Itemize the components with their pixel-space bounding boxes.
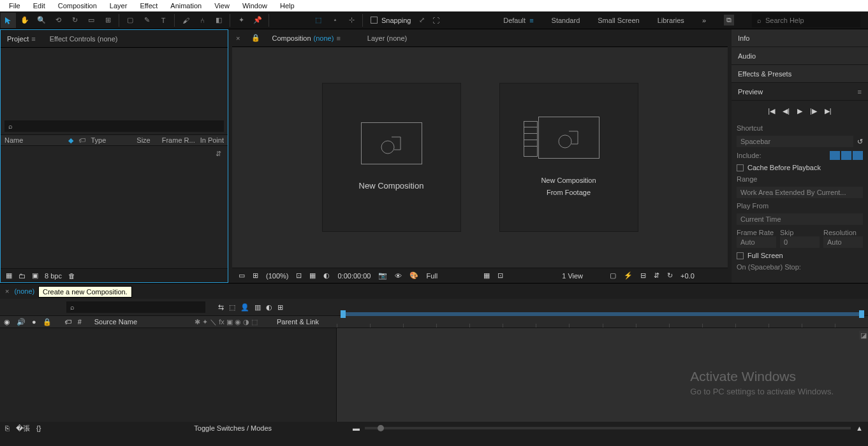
timecode[interactable]: 0:00:00:00	[337, 272, 371, 280]
include-audio-icon[interactable]	[841, 151, 851, 160]
zoom-tool-icon[interactable]: 🔍	[34, 13, 49, 28]
anchor-tool-icon[interactable]: ⊞	[100, 13, 115, 28]
orbit-tool-icon[interactable]: ⟲	[50, 13, 66, 28]
workspace-overflow-icon[interactable]: »	[702, 17, 706, 24]
eraser-tool-icon[interactable]: ◧	[211, 13, 226, 28]
video-switch-icon[interactable]: ◉	[4, 318, 10, 326]
snapshot-icon[interactable]: 📷	[378, 271, 387, 280]
rotate-tool-icon[interactable]: ↻	[67, 13, 82, 28]
region-icon[interactable]: ⊡	[497, 271, 503, 280]
panel-menu-icon[interactable]: ≡	[858, 88, 862, 96]
col-parent-link[interactable]: Parent & Link	[277, 318, 319, 326]
col-source-name[interactable]: Source Name	[94, 318, 137, 326]
tab-effect-controls[interactable]: Effect Controls (none)	[47, 32, 121, 45]
resolution-dropdown[interactable]: Full	[426, 272, 438, 280]
camera-tool-icon[interactable]: ▭	[84, 13, 99, 28]
lock-icon[interactable]: 🔒	[251, 34, 260, 42]
exposure-value[interactable]: +0.0	[680, 272, 695, 280]
panel-info[interactable]: Info	[732, 29, 868, 47]
clone-tool-icon[interactable]: ⑃	[195, 13, 210, 28]
first-frame-icon[interactable]: |◀	[768, 107, 775, 115]
shortcut-dropdown[interactable]: Spacebar	[737, 136, 853, 147]
show-snapshot-icon[interactable]: 👁	[395, 272, 402, 280]
tag-icon[interactable]: 🏷	[78, 136, 85, 144]
menu-composition[interactable]: Composition	[52, 1, 103, 11]
timeline-tracks[interactable]: ◪ Activate Windows Go to PC settings to …	[337, 328, 868, 422]
frame-blend-icon[interactable]: ▥	[254, 303, 261, 312]
new-comp-from-footage-card[interactable]: New CompositionFrom Footage	[499, 83, 638, 232]
zoom-value[interactable]: (100%)	[266, 272, 288, 280]
checkbox-icon[interactable]	[737, 252, 744, 259]
tab-project[interactable]: Project ≡	[4, 32, 38, 45]
col-size[interactable]: Size	[136, 136, 150, 144]
lock-switch-icon[interactable]: 🔒	[43, 318, 52, 326]
snapping-checkbox-icon[interactable]	[371, 17, 378, 24]
pixel-aspect-icon[interactable]: ▢	[610, 271, 616, 280]
new-comp-icon[interactable]: ▣	[32, 271, 38, 280]
panel-menu-icon[interactable]: ≡	[31, 35, 35, 43]
include-video-icon[interactable]	[830, 151, 840, 160]
pen-tool-icon[interactable]: ✎	[139, 13, 154, 28]
zoom-knob[interactable]	[378, 425, 384, 431]
new-composition-card[interactable]: New Composition	[322, 83, 461, 232]
timeline-search[interactable]: ⌕	[66, 301, 205, 313]
comp-mini-flow-icon[interactable]: ⇆	[218, 303, 224, 312]
brush-tool-icon[interactable]: 🖌	[178, 13, 193, 28]
text-tool-icon[interactable]: T	[156, 13, 171, 28]
time-ruler[interactable]	[337, 316, 868, 327]
skip-dropdown[interactable]: 0	[780, 236, 820, 248]
magnification-icon[interactable]: ▭	[239, 271, 245, 280]
last-frame-icon[interactable]: ▶|	[825, 107, 832, 115]
draft3d-icon[interactable]: ⬚	[229, 303, 235, 312]
grid-icon[interactable]: ▦	[309, 271, 316, 280]
new-folder-icon[interactable]: 🗀	[18, 272, 26, 280]
fast-preview-icon[interactable]: ⚡	[624, 271, 633, 280]
layer-list[interactable]	[0, 328, 337, 422]
workspace-libraries[interactable]: Libraries	[658, 17, 684, 24]
bpc-label[interactable]: 8 bpc	[45, 272, 62, 280]
col-in-point[interactable]: In Point	[200, 136, 224, 144]
project-item-list[interactable]: ⇵	[1, 146, 228, 268]
shy-icon[interactable]: 👤	[240, 303, 249, 312]
timeline-tab-none[interactable]: (none)	[14, 287, 34, 295]
menu-animation[interactable]: Animation	[164, 1, 208, 11]
panel-audio[interactable]: Audio	[732, 47, 868, 65]
playfrom-dropdown[interactable]: Current Time	[737, 213, 863, 225]
menu-window[interactable]: Window	[236, 1, 274, 11]
safe-zones-icon[interactable]: ⊡	[296, 271, 302, 280]
resolution-dropdown[interactable]: Auto	[823, 236, 863, 248]
col-name[interactable]: Name	[4, 136, 55, 144]
view-axis-icon[interactable]: ⊹	[344, 13, 359, 28]
timeline-icon[interactable]: ⊟	[640, 271, 646, 280]
tab-composition[interactable]: Composition (none) ≡	[269, 32, 342, 45]
hand-tool-icon[interactable]: ✋	[17, 13, 33, 28]
sort-indicator-icon[interactable]: ◆	[68, 136, 73, 145]
menu-edit[interactable]: Edit	[27, 1, 52, 11]
panel-menu-icon[interactable]: ≡	[336, 34, 340, 42]
footer-icon-3[interactable]: {}	[36, 424, 41, 432]
close-tab-icon[interactable]: ×	[236, 34, 240, 42]
col-frame-rate[interactable]: Frame R...	[162, 136, 195, 144]
menu-view[interactable]: View	[208, 1, 236, 11]
search-help[interactable]: ⌕	[752, 13, 860, 27]
reset-exposure-icon[interactable]: ↻	[667, 271, 673, 280]
project-search[interactable]: ⌕	[4, 120, 224, 132]
zoom-in-icon[interactable]: ▲	[856, 424, 863, 432]
toggle-switches-modes[interactable]: Toggle Switches / Modes	[194, 424, 272, 432]
fullscreen-toggle[interactable]: Full Screen	[737, 252, 863, 259]
label-icon[interactable]: 🏷	[64, 318, 71, 326]
selection-tool-icon[interactable]	[1, 13, 16, 28]
cache-before-playback[interactable]: Cache Before Playback	[737, 164, 863, 171]
menu-file[interactable]: File	[3, 1, 27, 11]
resolution-icon[interactable]: ⊞	[253, 271, 258, 280]
snapping-opt2-icon[interactable]: ⛶	[432, 17, 439, 24]
col-type[interactable]: Type	[91, 136, 106, 144]
motion-blur-icon[interactable]: ◐	[266, 303, 272, 312]
channel-icon[interactable]: 🎨	[409, 271, 418, 280]
tab-layer[interactable]: Layer (none)	[365, 32, 409, 45]
audio-switch-icon[interactable]: 🔊	[17, 318, 26, 326]
search-help-input[interactable]	[765, 17, 855, 24]
flowchart-icon[interactable]: ⇵	[216, 150, 221, 158]
prev-frame-icon[interactable]: ◀|	[783, 107, 790, 115]
checkbox-icon[interactable]	[737, 164, 744, 171]
